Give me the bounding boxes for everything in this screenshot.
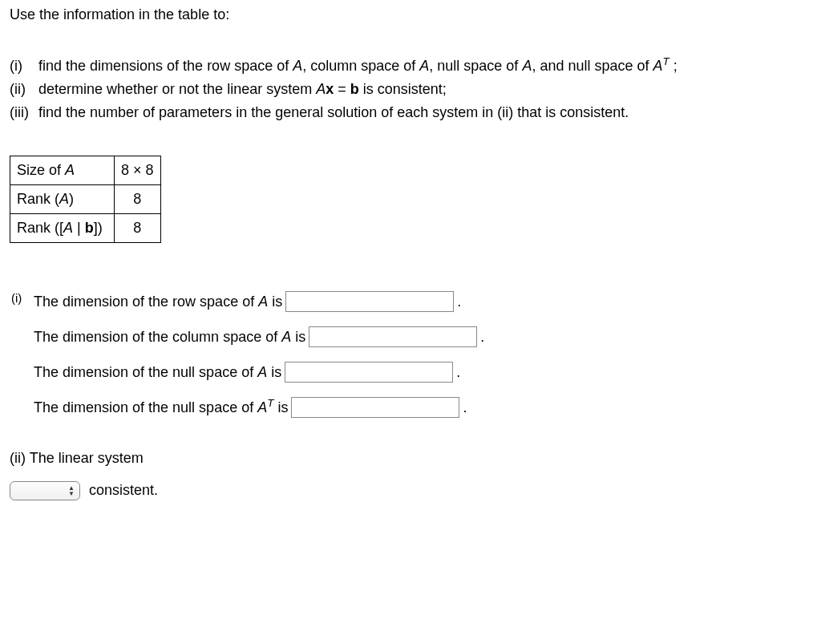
answer-row-nullspace-at: The dimension of the null space of AT is… [11, 397, 811, 418]
table-value-size: 8 × 8 [115, 156, 161, 185]
select-arrows-icon: ▲ ▼ [68, 485, 75, 496]
table-row: Size of A 8 × 8 [10, 156, 161, 185]
period: . [456, 364, 460, 381]
consistency-select[interactable]: ▲ ▼ [10, 481, 80, 500]
problem-i-text: find the dimensions of the row space of … [38, 55, 677, 77]
problem-ii: (ii) determine whether or not the linear… [10, 79, 811, 100]
nullspace-at-input[interactable] [291, 397, 459, 418]
nullspace-input[interactable] [285, 362, 453, 383]
answer-text: The dimension of the null space of AT is [34, 399, 288, 416]
table-row: Rank ([A | b]) 8 [10, 214, 161, 243]
table-value-rank-a: 8 [115, 185, 161, 214]
table-label-rank-ab: Rank ([A | b]) [10, 214, 115, 243]
table-row: Rank (A) 8 [10, 185, 161, 214]
answer-text: The dimension of the null space of A is [34, 364, 281, 381]
problem-i-num: (i) [10, 55, 38, 77]
instruction-heading: Use the information in the table to: [10, 6, 811, 23]
period: . [457, 294, 461, 310]
part-i-label: (i) [11, 291, 34, 305]
table-label-rank-a: Rank (A) [10, 185, 115, 214]
answer-row-nullspace: The dimension of the null space of A is … [11, 362, 811, 383]
period: . [480, 329, 484, 346]
problem-ii-num: (ii) [10, 79, 38, 100]
consistency-tail: consistent. [89, 482, 158, 498]
answers-part-i: (i) The dimension of the row space of A … [11, 291, 811, 418]
problem-iii: (iii) find the number of parameters in t… [10, 102, 811, 124]
part-ii-label: (ii) The linear system [10, 450, 811, 467]
period: . [463, 399, 467, 416]
problem-list: (i) find the dimensions of the row space… [10, 55, 811, 124]
table-value-rank-ab: 8 [115, 214, 161, 243]
problem-ii-text: determine whether or not the linear syst… [38, 79, 447, 100]
answer-text: The dimension of the column space of A i… [34, 329, 305, 346]
answers-part-ii: (ii) The linear system ▲ ▼ consistent. [10, 450, 811, 500]
data-table: Size of A 8 × 8 Rank (A) 8 Rank ([A | b]… [10, 156, 161, 243]
answer-row-colspace: The dimension of the column space of A i… [11, 326, 811, 347]
answer-text: The dimension of the row space of A is [34, 294, 282, 310]
consistency-row: ▲ ▼ consistent. [10, 481, 811, 500]
problem-iii-text: find the number of parameters in the gen… [38, 102, 629, 124]
problem-i: (i) find the dimensions of the row space… [10, 55, 811, 77]
rowspace-input[interactable] [285, 291, 454, 312]
colspace-input[interactable] [309, 326, 477, 347]
table-label-size: Size of A [10, 156, 115, 185]
answer-row-rowspace: (i) The dimension of the row space of A … [11, 291, 811, 312]
problem-iii-num: (iii) [10, 102, 38, 124]
